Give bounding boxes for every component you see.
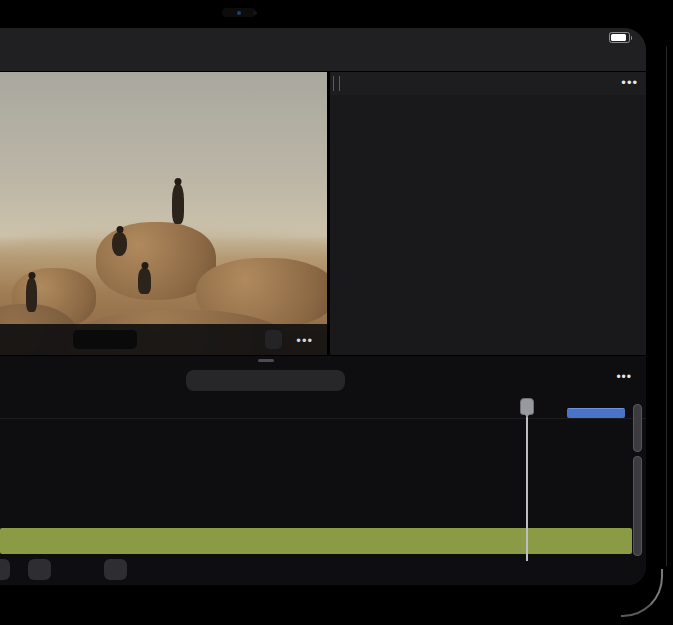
device-edge	[666, 46, 667, 566]
multicam-button[interactable]	[104, 559, 127, 580]
panel-drag-handle[interactable]	[333, 76, 340, 91]
person-standing	[26, 278, 37, 312]
timeline-panel: •••	[0, 355, 646, 585]
status-bar	[585, 31, 630, 44]
battery-icon	[609, 32, 630, 43]
sensor-dot-icon	[253, 11, 257, 15]
clipped-button[interactable]	[0, 559, 10, 580]
media-panel-header: •••	[330, 72, 646, 95]
person-standing	[172, 184, 184, 224]
ipad-device: ••• •••	[0, 0, 673, 625]
music-audio-clip[interactable]	[0, 528, 632, 554]
viewer-zoom-control[interactable]	[265, 330, 282, 349]
animate-button[interactable]	[28, 559, 51, 580]
timeline-drag-handle[interactable]	[258, 359, 274, 362]
top-toolbar	[0, 28, 646, 72]
timeline-more-icon[interactable]: •••	[616, 370, 632, 384]
viewer-control-bar: •••	[0, 324, 327, 355]
person-sitting	[138, 268, 151, 294]
device-corner-highlight	[621, 569, 663, 617]
media-more-icon[interactable]: •••	[621, 75, 638, 90]
playhead-line	[526, 416, 528, 561]
playhead[interactable]	[520, 398, 534, 415]
project-media-panel: •••	[330, 72, 646, 355]
scrollbar-handle[interactable]	[633, 456, 642, 556]
screen: ••• •••	[0, 28, 646, 585]
connected-clip-bar[interactable]	[567, 408, 625, 418]
wifi-icon	[585, 32, 599, 44]
timeline-ruler[interactable]	[0, 396, 646, 419]
timeline-bottom-bar	[0, 559, 646, 583]
scrollbar-handle[interactable]	[633, 404, 642, 452]
edit-mode-segmented-control	[186, 370, 345, 391]
person-crouching	[112, 232, 127, 256]
timeline-scrollbar[interactable]	[633, 400, 642, 560]
viewer-canvas: •••	[0, 72, 327, 355]
front-camera-icon	[237, 11, 241, 15]
timecode-display[interactable]	[73, 330, 137, 349]
viewer-more-icon[interactable]: •••	[296, 333, 313, 348]
